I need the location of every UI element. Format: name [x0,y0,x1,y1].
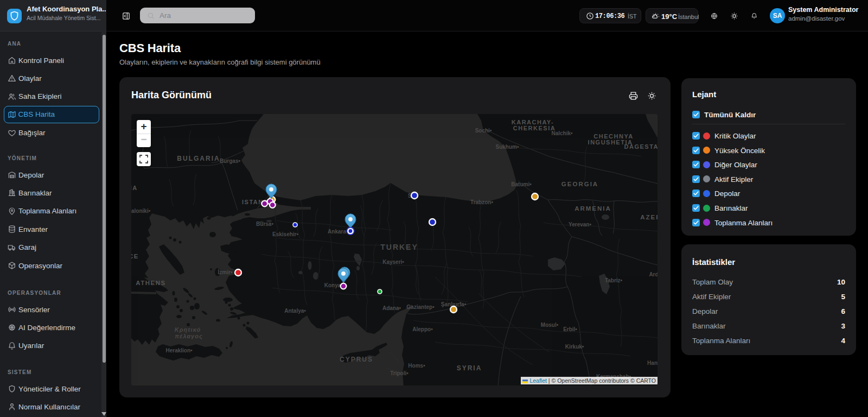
svg-text:Tabriz•: Tabriz• [605,277,623,283]
svg-text:Burgas•: Burgas• [220,158,240,164]
svg-text:Batumi•: Batumi• [511,181,532,187]
svg-text:Kirkuk•: Kirkuk• [565,344,584,350]
svg-text:Trabzon•: Trabzon• [470,199,493,205]
svg-text:Bursa•: Bursa• [256,221,273,227]
svg-text:GEORGIA: GEORGIA [561,181,598,187]
svg-text:πέλαγος: πέλαγος [175,333,203,340]
svg-text:aloniki•: aloniki• [131,208,151,214]
svg-text:Konya: Konya [324,282,341,288]
svg-text:Kayseri•: Kayseri• [382,259,404,265]
svg-text:ATHENS: ATHENS [136,280,165,286]
svg-text:Adana•: Adana• [382,305,401,311]
svg-text:SYRIA: SYRIA [457,364,482,372]
svg-text:Aleppo•: Aleppo• [412,326,433,332]
svg-text:Eskisehir•: Eskisehir• [272,231,298,237]
svg-text:Sukhum•: Sukhum• [496,144,519,150]
svg-text:İzmir•: İzmir• [218,269,233,275]
svg-text:Erbil•: Erbil• [563,326,577,332]
svg-text:Ard: Ard [649,271,658,277]
svg-text:DAGESTAN: DAGESTAN [624,143,658,150]
svg-text:Sochi•: Sochi• [475,128,492,134]
svg-text:BULGARIA: BULGARIA [177,155,220,162]
svg-text:Mosul•: Mosul• [541,322,559,328]
svg-text:ARMENIA: ARMENIA [575,205,611,212]
svg-text:Tripoli•: Tripoli• [390,370,409,376]
svg-text:Nalchik•: Nalchik• [551,130,573,136]
svg-text:TURKEY: TURKEY [380,243,418,251]
svg-text:GREECE: GREECE [131,253,139,260]
svg-text:AZERB: AZERB [640,214,658,220]
svg-text:Antalya•: Antalya• [284,308,306,314]
svg-text:NIA: NIA [131,185,138,191]
svg-text:Κρητικό: Κρητικό [175,326,201,333]
svg-text:Heraklion•: Heraklion• [165,348,193,353]
svg-text:CYPRUS: CYPRUS [340,356,373,363]
svg-text:Han: Han [647,360,658,366]
svg-text:Yerevan•: Yerevan• [569,222,591,228]
svg-text:Ankara: Ankara [328,229,346,235]
svg-text:Homs•: Homs• [408,363,425,369]
svg-text:CHERKESIA: CHERKESIA [513,125,556,131]
svg-text:Gaziantep•: Gaziantep• [406,304,435,310]
